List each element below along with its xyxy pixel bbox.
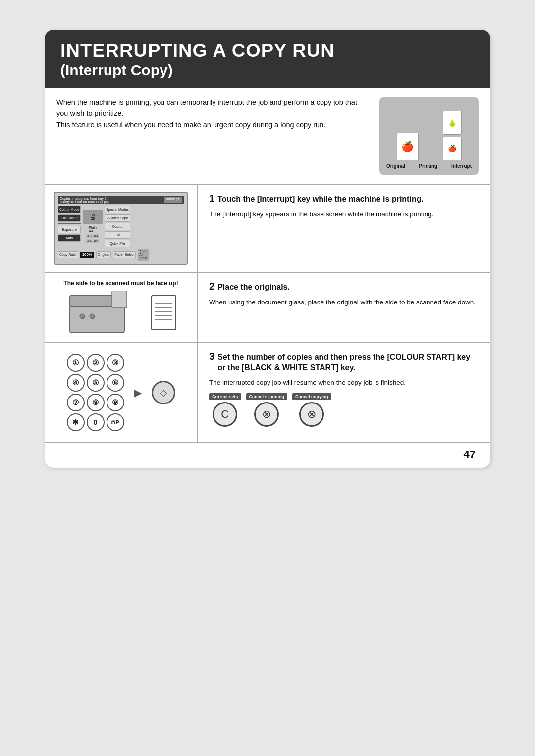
- original-btn[interactable]: Original: [96, 251, 111, 258]
- step-3-label-row: 3 Set the number of copies and then pres…: [209, 351, 480, 376]
- step-2-number: 2: [209, 281, 214, 292]
- step-2-heading: Place the originals.: [217, 282, 290, 293]
- document-svg: [150, 294, 177, 331]
- printer-icon: 🖨: [83, 210, 103, 224]
- cancel-scanning-btn[interactable]: Cancel scanning ⊗: [246, 393, 288, 427]
- printing-paper-2: 🍎: [443, 137, 462, 160]
- original-paper: 🍎: [397, 133, 419, 160]
- step-1-label-row: 1 Touch the [Interrupt] key while the ma…: [209, 193, 480, 207]
- step-3-heading: Set the number of copies and then press …: [217, 353, 480, 373]
- step-1-body: The [Interrupt] key appears in the base …: [209, 209, 480, 219]
- page-number: 47: [464, 448, 476, 461]
- colour-mode-btn[interactable]: Colour Mode: [58, 206, 81, 213]
- special-modes-btn[interactable]: Special Modes: [105, 206, 130, 213]
- machine-screen: Copies in progress from tray 2Ready to s…: [54, 192, 188, 265]
- diagram-labels-row: Original Printing Interrupt: [384, 163, 474, 169]
- correct-sets-label: Correct sets: [209, 393, 241, 400]
- content-box: INTERRUPTING A COPY RUN (Interrupt Copy)…: [45, 30, 490, 468]
- label-original: Original: [386, 163, 405, 169]
- cancel-scanning-label: Cancel scanning: [246, 393, 288, 400]
- sub-title: (Interrupt Copy): [60, 61, 475, 79]
- sn-4: A5: [93, 239, 100, 243]
- sn-1: A3: [86, 234, 93, 238]
- exposure-val: Auto: [58, 234, 81, 242]
- key-8[interactable]: ⑧: [87, 394, 105, 411]
- paper-select-btn[interactable]: Paper Select: [113, 251, 136, 258]
- correct-sets-symbol[interactable]: C: [213, 402, 237, 427]
- screen-middle: Colour Mode Full Colour Exposure Auto 🖨 …: [58, 206, 184, 247]
- step-3-section: ① ② ③ ④ ⑤ ⑥ ⑦ ⑧ ⑨ ✱ 0 #/P ▶ ◇ 3: [45, 343, 490, 443]
- label-interrupt: Interrupt: [451, 163, 472, 169]
- start-key[interactable]: ◇: [152, 381, 175, 404]
- key-hash[interactable]: #/P: [107, 413, 124, 431]
- screen-col-left: Colour Mode Full Colour Exposure Auto: [58, 206, 81, 247]
- key-4[interactable]: ④: [67, 374, 85, 392]
- cancel-scanning-symbol[interactable]: ⊗: [254, 402, 279, 427]
- svg-point-4: [90, 314, 95, 319]
- key-6[interactable]: ⑥: [107, 374, 124, 392]
- step-1-right: 1 Touch the [Interrupt] key while the ma…: [198, 185, 490, 272]
- step-3-right: 3 Set the number of copies and then pres…: [198, 343, 490, 442]
- step-1-number: 1: [209, 193, 214, 204]
- key-0[interactable]: 0: [87, 413, 105, 431]
- screen-top-text: Copies in progress from tray 2Ready to s…: [60, 197, 109, 203]
- output-btn[interactable]: Output: [105, 223, 130, 230]
- exposure-btn[interactable]: Exposure: [58, 226, 81, 233]
- original-doc-icon: 🍎: [397, 133, 419, 160]
- intro-diagram: 🍎 🍐 🍎 Original Printing Interrupt: [379, 97, 479, 175]
- svg-point-3: [80, 314, 85, 319]
- step-3-body: The interrupted copy job will resume whe…: [209, 378, 480, 388]
- full-colour-btn[interactable]: Full Colour: [58, 214, 81, 222]
- screen-bottom: Copy Ratio 100% Original Paper Select Au…: [58, 249, 184, 261]
- sn-2: A4: [93, 234, 100, 238]
- scanner-label: The side to be scanned must be face up!: [53, 280, 189, 287]
- screen-numbers: A3 A4 A4 A5: [86, 234, 99, 243]
- page: INTERRUPTING A COPY RUN (Interrupt Copy)…: [0, 0, 535, 756]
- labels-print-interrupt: Printing: [419, 163, 437, 169]
- key-star[interactable]: ✱: [67, 413, 85, 431]
- keypad-left: ① ② ③ ④ ⑤ ⑥ ⑦ ⑧ ⑨ ✱ 0 #/P ▶ ◇: [45, 343, 198, 442]
- step-1-heading: Touch the [Interrupt] key while the mach…: [217, 194, 424, 204]
- step-2-left: The side to be scanned must be face up!: [45, 273, 198, 342]
- step-3-number: 3: [209, 351, 214, 362]
- step-2-label-row: 2 Place the originals.: [209, 281, 480, 296]
- key-2[interactable]: ②: [87, 354, 105, 372]
- divider: [58, 223, 81, 224]
- screen-col-center: 🖨 PlainA4 A3 A4 A4 A5: [83, 206, 103, 247]
- quick-file-btn[interactable]: Quick File: [105, 240, 130, 247]
- screen-top-bar: Copies in progress from tray 2Ready to s…: [58, 196, 184, 204]
- key-1[interactable]: ①: [67, 354, 85, 372]
- correct-sets-btn[interactable]: Correct sets C: [209, 393, 241, 427]
- page-number-row: 47: [45, 443, 490, 468]
- paper-label: PlainA4: [89, 226, 97, 233]
- two-sided-btn[interactable]: 2-Sided Copy: [105, 214, 130, 222]
- key-7[interactable]: ⑦: [67, 394, 85, 411]
- intro-text: When the machine is printing, you can te…: [56, 97, 370, 130]
- key-9[interactable]: ⑨: [107, 394, 124, 411]
- copy-ratio-label: Copy Ratio: [58, 251, 78, 258]
- cancel-copying-symbol[interactable]: ⊗: [299, 402, 324, 427]
- screen-col-right: Special Modes 2-Sided Copy Output File Q…: [105, 206, 130, 247]
- cancel-copying-btn[interactable]: Cancel copying ⊗: [292, 393, 331, 427]
- svg-rect-0: [70, 305, 124, 333]
- svg-rect-2: [112, 291, 127, 308]
- file-btn[interactable]: File: [105, 231, 130, 239]
- main-title: INTERRUPTING A COPY RUN: [60, 41, 475, 61]
- svg-rect-5: [152, 296, 176, 330]
- action-buttons-row: Correct sets C Cancel scanning ⊗ Cancel …: [209, 393, 480, 427]
- sn-3: A4: [86, 239, 93, 243]
- ratio-box: 100%: [80, 252, 94, 258]
- printing-paper-1: 🍐: [443, 111, 462, 135]
- diagram-icons-row: 🍎 🍐 🍎: [384, 106, 474, 160]
- intro-section: When the machine is printing, you can te…: [45, 88, 490, 185]
- step-1-section: Copies in progress from tray 2Ready to s…: [45, 185, 490, 273]
- key-3[interactable]: ③: [107, 354, 124, 372]
- arrow-right-icon: ▶: [134, 387, 142, 399]
- label-printing: Printing: [419, 163, 437, 169]
- paper-info: AutoA4Plain: [138, 249, 149, 261]
- title-section: INTERRUPTING A COPY RUN (Interrupt Copy): [45, 30, 490, 88]
- step-2-section: The side to be scanned must be face up!: [45, 273, 490, 343]
- step-1-left: Copies in progress from tray 2Ready to s…: [45, 185, 198, 272]
- key-5[interactable]: ⑤: [87, 374, 105, 392]
- interrupt-btn-screen[interactable]: Interrupt: [164, 197, 182, 203]
